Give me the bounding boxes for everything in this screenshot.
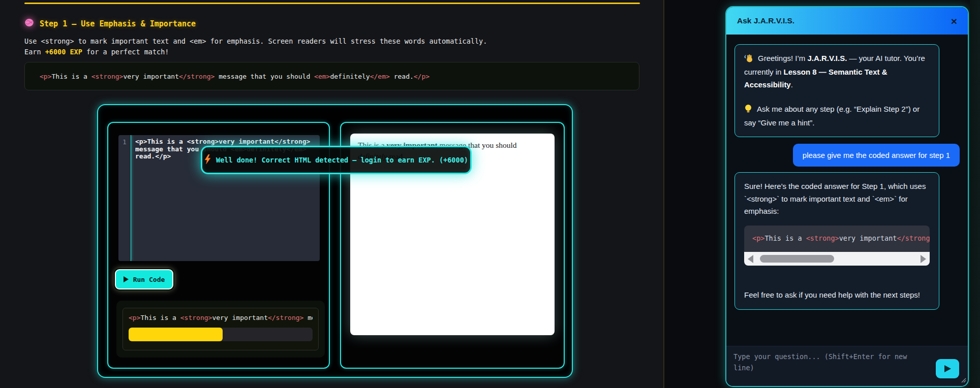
step-heading-label: Step 1 — Use Emphasis & Importance <box>40 19 196 28</box>
earn-suffix: for a perfect match! <box>82 48 169 56</box>
playground-container: 1 <p>This is a <strong>very important</s… <box>97 104 573 378</box>
editor-line-number: 1 <box>118 135 131 261</box>
earn-exp-badge: +6000 EXP <box>45 48 82 56</box>
user-message-bubble: please give me the coded answer for step… <box>793 144 960 167</box>
run-code-label: Run Code <box>133 276 165 283</box>
exp-progress-track <box>129 328 313 341</box>
output-inner-box: <p>This is a <strong>very important</str… <box>122 308 319 350</box>
jarvis-title: Ask J.A.R.V.I.S. <box>737 16 794 25</box>
send-icon <box>944 365 951 372</box>
jarvis-message-list: Greetings! I’m J.A.R.V.I.S. — your AI tu… <box>726 35 968 346</box>
scroll-left-icon[interactable] <box>748 255 753 263</box>
sample-code-block: <p>This is a <strong>very important</str… <box>24 62 639 90</box>
close-icon[interactable]: × <box>951 16 957 26</box>
bot-reply-outro: Feel free to ask if you need help with t… <box>744 289 930 301</box>
lightning-icon <box>204 154 211 166</box>
earn-exp-line: Earn +6000 EXP for a perfect match! <box>24 48 169 56</box>
scrollbar-thumb[interactable] <box>760 255 834 263</box>
jarvis-header: Ask J.A.R.V.I.S. × <box>726 7 968 35</box>
page-right-gutter <box>970 0 980 388</box>
bot-greeting-p2: Ask me about any step (e.g. “Explain Ste… <box>744 103 930 130</box>
bot-greeting-p2-text: Ask me about any step (e.g. “Explain Ste… <box>744 105 920 127</box>
sample-code-line: <p>This is a <strong>very important</str… <box>40 73 430 80</box>
app-root: Step 1 — Use Emphasis & Importance Use <… <box>0 0 980 388</box>
lesson-content-column: Step 1 — Use Emphasis & Importance Use <… <box>0 0 664 388</box>
output-panel: <p>This is a <strong>very important</str… <box>116 301 325 358</box>
output-code-line: <p>This is a <strong>very important</str… <box>129 314 313 321</box>
reply-code-block: <p>This is a <strong>very important</str… <box>744 225 930 266</box>
play-icon <box>124 276 129 282</box>
reply-code-line: <p>This is a <strong>very important</str… <box>744 225 930 252</box>
code-horizontal-scrollbar[interactable] <box>744 252 930 266</box>
chat-input[interactable] <box>733 351 912 381</box>
success-toast-text: Well done! Correct HTML detected — login… <box>216 156 468 164</box>
run-code-button[interactable]: Run Code <box>115 269 173 289</box>
send-button[interactable] <box>936 359 959 378</box>
user-message-row: please give me the coded answer for step… <box>734 144 960 167</box>
lesson-description: Use <strong> to mark important text and … <box>24 37 487 45</box>
scroll-right-icon[interactable] <box>921 255 926 263</box>
jarvis-chat-panel: Ask J.A.R.V.I.S. × Greetings! I’m J.A.R.… <box>725 6 969 387</box>
bot-greeting-p1-text: Greetings! I’m J.A.R.V.I.S. — your AI tu… <box>744 54 925 89</box>
bot-greeting-message: Greetings! I’m J.A.R.V.I.S. — your AI tu… <box>734 44 939 137</box>
jarvis-input-bar <box>726 346 968 386</box>
exp-progress-fill <box>129 328 223 341</box>
bot-greeting-p1: Greetings! I’m J.A.R.V.I.S. — your AI tu… <box>744 52 930 91</box>
section-divider <box>24 3 640 4</box>
success-toast: Well done! Correct HTML detected — login… <box>201 146 472 174</box>
bot-reply-intro: Sure! Here’s the coded answer for Step 1… <box>744 180 930 217</box>
bot-reply-message: Sure! Here’s the coded answer for Step 1… <box>734 172 939 309</box>
earn-prefix: Earn <box>24 48 45 56</box>
wave-hand-icon <box>744 54 753 66</box>
step-heading: Step 1 — Use Emphasis & Importance <box>24 18 196 29</box>
resize-handle-icon[interactable] <box>960 376 966 385</box>
bulb-icon <box>744 104 752 117</box>
brain-icon <box>24 18 34 29</box>
